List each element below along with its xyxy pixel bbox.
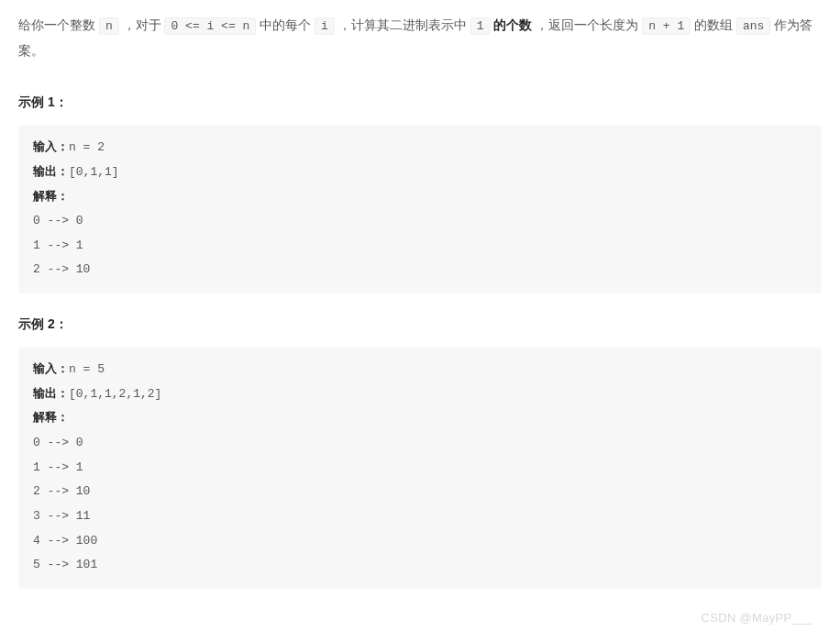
example-1-block: 输入：n = 2 输出：[0,1,1] 解释： 0 --> 0 1 --> 1 … (18, 125, 822, 293)
example-2-input: n = 5 (69, 362, 105, 376)
inline-code-ans: ans (736, 17, 770, 35)
inline-code-range: 0 <= i <= n (164, 17, 256, 35)
inline-code-nplus1: n + 1 (642, 17, 691, 35)
example-1-input-row: 输入：n = 2 (33, 136, 807, 160)
example-1-explain-label: 解释： (33, 185, 807, 210)
example-2-block: 输入：n = 5 输出：[0,1,1,2,1,2] 解释： 0 --> 0 1 … (18, 347, 822, 589)
example-1-input: n = 2 (69, 140, 105, 154)
statement-text: ，返回一个长度为 (536, 17, 642, 32)
statement-text: 中的每个 (260, 17, 315, 32)
example-1-title: 示例 1： (18, 94, 822, 111)
inline-code-one: 1 (470, 17, 491, 35)
label-output: 输出： (33, 387, 69, 401)
label-input: 输入： (33, 140, 69, 154)
example-2-title: 示例 2： (18, 316, 822, 333)
problem-statement: 给你一个整数 n ，对于 0 <= i <= n 中的每个 i ，计算其二进制表… (18, 13, 822, 62)
watermark: CSDN @MayPP___ (702, 611, 812, 625)
inline-code-n: n (99, 17, 119, 35)
label-explain: 解释： (33, 411, 69, 425)
example-2-explain-label: 解释： (33, 406, 807, 431)
example-1-explain-lines: 0 --> 0 1 --> 1 2 --> 10 (33, 209, 807, 282)
label-output: 输出： (33, 165, 69, 179)
statement-text: ，计算其二进制表示中 (338, 17, 470, 32)
example-2-input-row: 输入：n = 5 (33, 358, 807, 382)
label-input: 输入： (33, 362, 69, 376)
label-explain: 解释： (33, 190, 69, 204)
example-2-explain-lines: 0 --> 0 1 --> 1 2 --> 10 3 --> 11 4 --> … (33, 431, 807, 578)
statement-text: 的数组 (694, 17, 736, 32)
inline-code-i: i (315, 17, 335, 35)
example-2-output-row: 输出：[0,1,1,2,1,2] (33, 382, 807, 407)
example-2-output: [0,1,1,2,1,2] (69, 387, 161, 401)
statement-bold: 的个数 (493, 17, 532, 32)
example-1-output: [0,1,1] (69, 165, 119, 179)
statement-text: ，对于 (123, 17, 165, 32)
statement-text: 给你一个整数 (18, 17, 99, 32)
example-1-output-row: 输出：[0,1,1] (33, 160, 807, 185)
